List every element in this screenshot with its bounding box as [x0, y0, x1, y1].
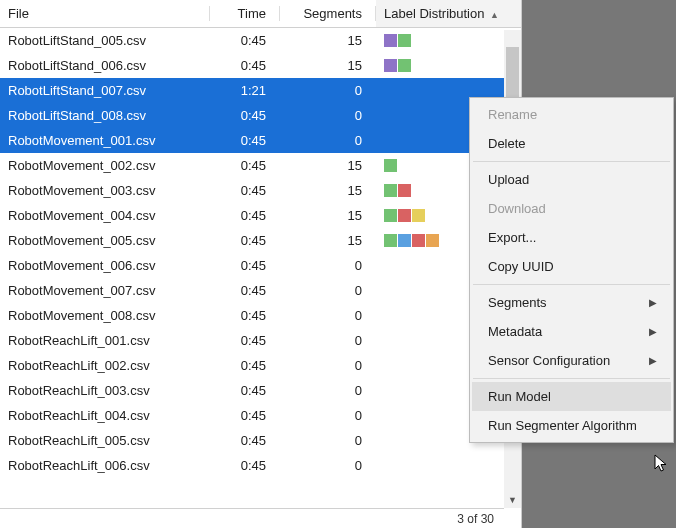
cell-file: RobotMovement_005.csv: [0, 228, 210, 253]
menu-copy-uuid[interactable]: Copy UUID: [472, 252, 671, 281]
menu-sensor-configuration[interactable]: Sensor Configuration▶: [472, 346, 671, 375]
col-label-dist-label: Label Distribution: [384, 6, 484, 21]
cell-segments: 0: [280, 453, 376, 478]
table-row[interactable]: RobotLiftStand_006.csv0:4515: [0, 53, 521, 78]
table-row[interactable]: RobotReachLift_004.csv0:450: [0, 403, 521, 428]
cell-segments: 0: [280, 103, 376, 128]
file-table-panel: File Time Segments Label Distribution ▲ …: [0, 0, 522, 528]
menu-export[interactable]: Export...: [472, 223, 671, 252]
cell-segments: 0: [280, 403, 376, 428]
cell-file: RobotReachLift_003.csv: [0, 378, 210, 403]
cell-segments: 0: [280, 378, 376, 403]
label-swatch: [384, 159, 397, 172]
cell-file: RobotLiftStand_008.csv: [0, 103, 210, 128]
col-file-label: File: [8, 6, 29, 21]
table-row[interactable]: RobotMovement_001.csv0:450: [0, 128, 521, 153]
menu-sensor-config-label: Sensor Configuration: [488, 353, 610, 368]
file-table: File Time Segments Label Distribution ▲ …: [0, 0, 521, 478]
menu-download[interactable]: Download: [472, 194, 671, 223]
menu-separator: [473, 161, 670, 162]
cell-file: RobotMovement_002.csv: [0, 153, 210, 178]
menu-run-segmenter[interactable]: Run Segmenter Algorithm: [472, 411, 671, 440]
label-swatch: [384, 34, 397, 47]
col-segments[interactable]: Segments: [280, 0, 376, 28]
label-swatch: [398, 234, 411, 247]
menu-separator: [473, 378, 670, 379]
cell-segments: 0: [280, 428, 376, 453]
table-row[interactable]: RobotMovement_002.csv0:4515: [0, 153, 521, 178]
menu-delete[interactable]: Delete: [472, 129, 671, 158]
cell-file: RobotLiftStand_007.csv: [0, 78, 210, 103]
col-time-label: Time: [238, 6, 266, 21]
cell-time: 0:45: [210, 228, 280, 253]
cell-time: 1:21: [210, 78, 280, 103]
label-swatch: [426, 234, 439, 247]
cell-time: 0:45: [210, 203, 280, 228]
table-footer: 3 of 30: [0, 508, 504, 528]
menu-rename[interactable]: Rename: [472, 100, 671, 129]
col-time[interactable]: Time: [210, 0, 280, 28]
menu-run-model[interactable]: Run Model: [472, 382, 671, 411]
col-label-distribution[interactable]: Label Distribution ▲: [376, 0, 521, 28]
cell-time: 0:45: [210, 303, 280, 328]
cell-segments: 15: [280, 153, 376, 178]
table-row[interactable]: RobotLiftStand_007.csv1:210: [0, 78, 521, 103]
cell-file: RobotReachLift_005.csv: [0, 428, 210, 453]
cell-file: RobotMovement_007.csv: [0, 278, 210, 303]
table-row[interactable]: RobotLiftStand_008.csv0:450: [0, 103, 521, 128]
cell-file: RobotMovement_004.csv: [0, 203, 210, 228]
cell-file: RobotReachLift_002.csv: [0, 353, 210, 378]
cell-time: 0:45: [210, 328, 280, 353]
label-swatch: [398, 59, 411, 72]
table-row[interactable]: RobotMovement_007.csv0:450: [0, 278, 521, 303]
cell-segments: 0: [280, 328, 376, 353]
table-row[interactable]: RobotReachLift_003.csv0:450: [0, 378, 521, 403]
cell-file: RobotMovement_003.csv: [0, 178, 210, 203]
table-row[interactable]: RobotMovement_005.csv0:4515: [0, 228, 521, 253]
table-row[interactable]: RobotMovement_008.csv0:450: [0, 303, 521, 328]
table-row[interactable]: RobotReachLift_002.csv0:450: [0, 353, 521, 378]
menu-separator: [473, 284, 670, 285]
table-row[interactable]: RobotLiftStand_005.csv0:4515: [0, 28, 521, 53]
label-swatch: [384, 234, 397, 247]
table-row[interactable]: RobotMovement_004.csv0:4515: [0, 203, 521, 228]
cell-time: 0:45: [210, 253, 280, 278]
table-row[interactable]: RobotMovement_006.csv0:450: [0, 253, 521, 278]
table-row[interactable]: RobotReachLift_001.csv0:450: [0, 328, 521, 353]
selection-count: 3 of 30: [457, 512, 494, 526]
menu-run-model-label: Run Model: [488, 389, 551, 404]
menu-segments[interactable]: Segments▶: [472, 288, 671, 317]
cell-time: 0:45: [210, 178, 280, 203]
submenu-arrow-icon: ▶: [649, 355, 657, 366]
label-swatch: [384, 209, 397, 222]
cell-time: 0:45: [210, 278, 280, 303]
scroll-down-button[interactable]: ▼: [504, 491, 521, 508]
table-row[interactable]: RobotMovement_003.csv0:4515: [0, 178, 521, 203]
cell-file: RobotReachLift_004.csv: [0, 403, 210, 428]
cell-segments: 15: [280, 53, 376, 78]
table-header-row: File Time Segments Label Distribution ▲: [0, 0, 521, 28]
context-menu: Rename Delete Upload Download Export... …: [469, 97, 674, 443]
cell-segments: 15: [280, 178, 376, 203]
cell-segments: 15: [280, 228, 376, 253]
cell-file: RobotReachLift_006.csv: [0, 453, 210, 478]
submenu-arrow-icon: ▶: [649, 326, 657, 337]
label-swatch: [384, 184, 397, 197]
menu-metadata-label: Metadata: [488, 324, 542, 339]
table-row[interactable]: RobotReachLift_006.csv0:450: [0, 453, 521, 478]
label-swatch: [398, 34, 411, 47]
menu-upload[interactable]: Upload: [472, 165, 671, 194]
cell-label-distribution: [376, 53, 521, 78]
label-swatch: [398, 209, 411, 222]
menu-metadata[interactable]: Metadata▶: [472, 317, 671, 346]
cell-time: 0:45: [210, 453, 280, 478]
cell-label-distribution: [376, 453, 521, 478]
col-file[interactable]: File: [0, 0, 210, 28]
cell-time: 0:45: [210, 428, 280, 453]
cell-segments: 0: [280, 303, 376, 328]
menu-delete-label: Delete: [488, 136, 526, 151]
cell-time: 0:45: [210, 28, 280, 53]
label-swatch: [412, 209, 425, 222]
table-row[interactable]: RobotReachLift_005.csv0:450: [0, 428, 521, 453]
cell-segments: 0: [280, 253, 376, 278]
